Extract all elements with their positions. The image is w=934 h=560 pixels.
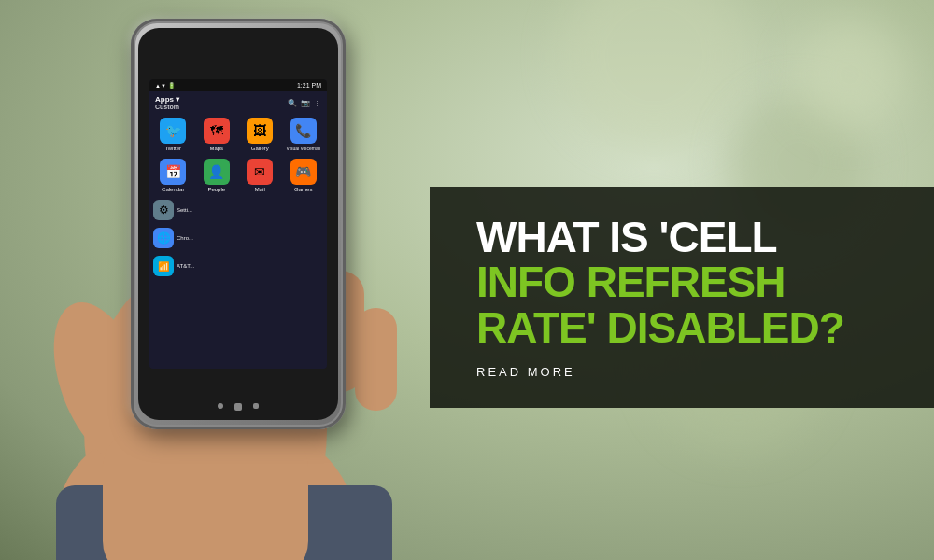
phone-bezel: ▲▼ 🔋 1:21 PM Apps ▾ Custom 🔍 📷 ⋮ (138, 28, 338, 420)
headline-part3: RATE' DISABLED? (476, 303, 844, 352)
att-row: 📶 AT&T... (149, 252, 327, 280)
chrome-label: Chro... (177, 235, 193, 241)
phone-nav (218, 403, 259, 411)
app-calendar[interactable]: 📅 Calendar (153, 159, 193, 192)
recents-button[interactable] (253, 403, 259, 409)
battery-icon: 🔋 (168, 82, 175, 89)
app-grid-row1: 🐦 Twitter 🗺 Maps 🖼 Gallery 📞 Visual Voic… (149, 114, 327, 155)
gallery-icon: 🖼 (247, 118, 273, 144)
gallery-label: Gallery (251, 146, 269, 151)
svg-rect-7 (103, 429, 308, 560)
header-icons: 🔍 📷 ⋮ (288, 99, 321, 107)
app-settings[interactable]: ⚙ Setti... (153, 200, 192, 220)
calendar-icon: 📅 (160, 159, 186, 185)
people-label: People (207, 187, 225, 192)
menu-icon[interactable]: ⋮ (314, 99, 321, 107)
maps-icon: 🗺 (204, 118, 230, 144)
signal-icons: ▲▼ 🔋 (155, 82, 175, 89)
camera-icon[interactable]: 📷 (301, 99, 310, 107)
app-mail[interactable]: ✉ Mail (240, 159, 280, 192)
mail-icon: ✉ (247, 159, 273, 185)
headline-part1: WHAT IS 'CELL (476, 213, 777, 261)
settings-label: Setti... (177, 207, 192, 213)
settings-icon: ⚙ (153, 200, 174, 220)
app-games[interactable]: 🎮 Games (284, 159, 324, 192)
people-icon: 👤 (204, 159, 230, 185)
app-grid-row2: 📅 Calendar 👤 People ✉ Mail 🎮 Games (149, 155, 327, 196)
app-header: Apps ▾ Custom 🔍 📷 ⋮ (149, 91, 327, 114)
apps-subtitle: Custom (155, 104, 179, 110)
article-panel: WHAT IS 'CELL INFO REFRESH RATE' DISABLE… (430, 187, 934, 408)
app-voicemail[interactable]: 📞 Visual Voicemail (284, 118, 324, 151)
app-gallery[interactable]: 🖼 Gallery (240, 118, 280, 151)
apps-label: Apps ▾ Custom (155, 95, 179, 110)
svg-rect-5 (355, 308, 397, 411)
app-maps[interactable]: 🗺 Maps (197, 118, 237, 151)
apps-title: Apps ▾ (155, 95, 179, 104)
time-display: 1:21 PM (297, 82, 321, 89)
page-container: ▲▼ 🔋 1:21 PM Apps ▾ Custom 🔍 📷 ⋮ (0, 0, 934, 560)
bokeh-1 (560, 0, 747, 149)
voicemail-icon: 📞 (290, 118, 317, 144)
headline: WHAT IS 'CELL INFO REFRESH RATE' DISABLE… (476, 215, 897, 350)
calendar-label: Calendar (162, 187, 184, 192)
app-twitter[interactable]: 🐦 Twitter (153, 118, 193, 151)
att-label: AT&T... (177, 263, 194, 269)
app-att[interactable]: 📶 AT&T... (153, 256, 194, 276)
read-more-label[interactable]: READ MORE (476, 365, 575, 379)
read-more-button[interactable]: READ MORE (476, 350, 897, 380)
phone-screen: ▲▼ 🔋 1:21 PM Apps ▾ Custom 🔍 📷 ⋮ (149, 79, 327, 369)
side-apps-row: ⚙ Setti... (149, 196, 327, 224)
twitter-icon: 🐦 (160, 118, 186, 144)
back-button[interactable] (218, 403, 223, 409)
games-label: Games (294, 187, 312, 192)
chrome-icon: 🌐 (153, 228, 174, 248)
maps-label: Maps (209, 146, 223, 151)
games-icon: 🎮 (290, 159, 317, 185)
app-people[interactable]: 👤 People (197, 159, 237, 192)
att-icon: 📶 (153, 256, 174, 276)
headline-part2: INFO REFRESH (476, 258, 785, 306)
home-button[interactable] (234, 403, 242, 411)
chrome-row: 🌐 Chro... (149, 224, 327, 252)
status-bar: ▲▼ 🔋 1:21 PM (149, 79, 327, 91)
signal-icon: ▲▼ (155, 83, 166, 89)
app-chrome[interactable]: 🌐 Chro... (153, 228, 193, 248)
phone-body: ▲▼ 🔋 1:21 PM Apps ▾ Custom 🔍 📷 ⋮ (131, 19, 346, 429)
voicemail-label: Visual Voicemail (287, 146, 320, 151)
search-icon[interactable]: 🔍 (288, 99, 297, 107)
mail-label: Mail (255, 187, 265, 192)
bokeh-4 (794, 19, 906, 131)
twitter-label: Twitter (164, 146, 181, 151)
